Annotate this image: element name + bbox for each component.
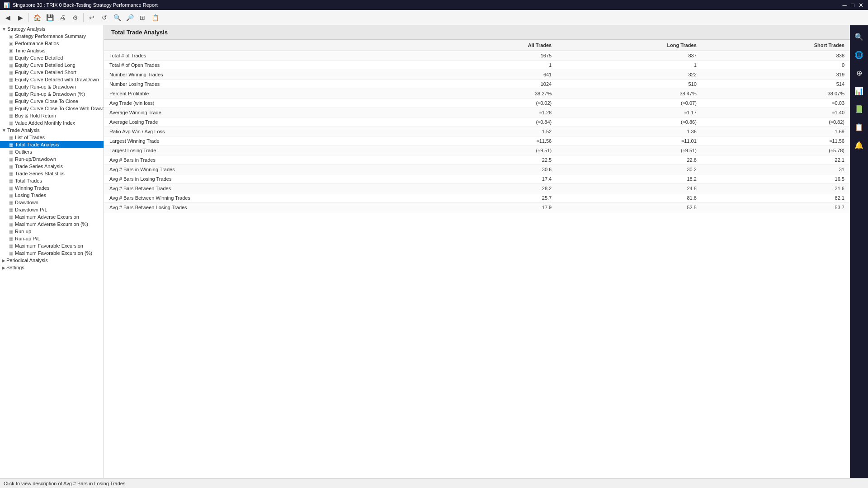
sidebar-item-list-of-trades[interactable]: ▦ List of Trades <box>0 134 104 141</box>
item-label: Equity Run-up & Drawdown (%) <box>15 91 85 97</box>
table-row: Average Losing Trade(≈0.84)(≈0.86)(≈0.82… <box>104 117 850 127</box>
right-excel-button[interactable]: 📗 <box>851 101 867 117</box>
settings-section[interactable]: ▶ Settings <box>0 264 104 271</box>
sidebar-item-run-up[interactable]: ▦ Run-up <box>0 228 104 235</box>
sidebar-item-equity-curve-detailed[interactable]: ▦ Equity Curve Detailed <box>0 54 104 61</box>
right-globe-button[interactable]: 🌐 <box>851 47 867 62</box>
maximize-button[interactable]: □ <box>849 1 856 9</box>
expand-icon: ▶ <box>2 258 5 263</box>
item-label: Total Trade Analysis <box>15 142 59 147</box>
sidebar-item-maximum-favorable-excursion[interactable]: ▦ Maximum Favorable Excursion <box>0 242 104 249</box>
row-long: (≈0.07) <box>557 99 702 108</box>
row-short: (≈0.82) <box>702 117 850 127</box>
periodical-analysis-section[interactable]: ▶ Periodical Analysis <box>0 257 104 264</box>
sidebar-item-run-up-pl[interactable]: ▦ Run-up P/L <box>0 235 104 242</box>
trade-analysis-section[interactable]: ▼ Trade Analysis <box>0 127 104 134</box>
window-controls: ─ □ ✕ <box>841 1 864 9</box>
grid-button[interactable]: ⊞ <box>137 12 148 23</box>
print-button[interactable]: 🖨 <box>57 12 68 23</box>
row-all: (≈0.02) <box>433 99 557 108</box>
right-app2-button[interactable]: 🔔 <box>851 137 867 153</box>
item-label: Drawdown P/L <box>15 207 47 212</box>
sidebar-item-equity-curve-close-to-close[interactable]: ▦ Equity Curve Close To Close <box>0 98 104 105</box>
sidebar-item-losing-trades[interactable]: ▦ Losing Trades <box>0 192 104 199</box>
row-long: 18.2 <box>557 174 702 184</box>
sidebar-item-drawdown-pl[interactable]: ▦ Drawdown P/L <box>0 206 104 213</box>
settings-button[interactable]: ⚙ <box>69 12 81 23</box>
strategy-analysis-section[interactable]: ▼ Strategy Analysis <box>0 25 104 33</box>
right-chrome-button[interactable]: ⊕ <box>851 65 867 80</box>
sidebar-item-trade-series-analysis[interactable]: ▦ Trade Series Analysis <box>0 163 104 170</box>
table-row: Avg # Bars in Winning Trades30.630.231 <box>104 165 850 174</box>
item-label: Maximum Favorable Excursion <box>15 243 83 249</box>
zoom-out-button[interactable]: 🔎 <box>124 12 136 23</box>
redo-button[interactable]: ↺ <box>99 12 110 23</box>
row-label: Percent Profitable <box>104 89 433 99</box>
app-icon: 📊 <box>4 2 10 8</box>
row-short: 38.07% <box>702 89 850 99</box>
sidebar-item-trade-series-statistics[interactable]: ▦ Trade Series Statistics <box>0 170 104 177</box>
sidebar-item-value-added-monthly-index[interactable]: ▦ Value Added Monthly Index <box>0 119 104 127</box>
back-button[interactable]: ◀ <box>2 12 14 23</box>
row-long: 24.8 <box>557 184 702 193</box>
sidebar-item-maximum-adverse-excursion-pct[interactable]: ▦ Maximum Adverse Excursion (%) <box>0 221 104 228</box>
toolbar-separator-2 <box>83 13 84 22</box>
copy-button[interactable]: 📋 <box>149 12 161 23</box>
row-short: 53.7 <box>702 203 850 212</box>
sidebar-item-drawdown[interactable]: ▦ Drawdown <box>0 199 104 206</box>
item-label: Equity Curve Detailed <box>15 55 63 61</box>
sidebar-item-maximum-adverse-excursion[interactable]: ▦ Maximum Adverse Excursion <box>0 213 104 221</box>
item-icon: ▦ <box>9 229 13 234</box>
right-sheets-button[interactable]: 📊 <box>851 83 867 99</box>
item-label: Run-up <box>15 229 31 234</box>
sidebar-item-buy-hold-return[interactable]: ▦ Buy & Hold Return <box>0 112 104 119</box>
sidebar-item-performance-ratios[interactable]: ▣ Performance Ratios <box>0 40 104 47</box>
sidebar-item-equity-run-up-drawdown-pct[interactable]: ▦ Equity Run-up & Drawdown (%) <box>0 90 104 98</box>
item-label: Equity Curve Close To Close <box>15 99 78 104</box>
sidebar-item-winning-trades[interactable]: ▦ Winning Trades <box>0 184 104 192</box>
sidebar-item-equity-curve-detailed-long[interactable]: ▦ Equity Curve Detailed Long <box>0 61 104 69</box>
zoom-in-button[interactable]: 🔍 <box>111 12 123 23</box>
item-icon: ▦ <box>9 164 13 169</box>
col-header-label <box>104 40 433 51</box>
sidebar-item-strategy-performance-summary[interactable]: ▣ Strategy Performance Summary <box>0 33 104 40</box>
window-title: Singapore 30 : TRIX 0 Back-Testing Strat… <box>13 2 158 8</box>
sidebar-item-maximum-favorable-excursion-pct[interactable]: ▦ Maximum Favorable Excursion (%) <box>0 249 104 257</box>
item-label: Maximum Adverse Excursion <box>15 214 79 220</box>
row-short: 31 <box>702 165 850 174</box>
row-label: Avg # Bars Between Winning Trades <box>104 193 433 203</box>
row-all: 28.2 <box>433 184 557 193</box>
close-button[interactable]: ✕ <box>857 1 864 9</box>
forward-button[interactable]: ▶ <box>14 12 26 23</box>
expand-icon: ▼ <box>2 128 6 133</box>
sidebar-item-total-trades[interactable]: ▦ Total Trades <box>0 177 104 184</box>
sidebar-item-equity-run-up-drawdown[interactable]: ▦ Equity Run-up & Drawdown <box>0 83 104 90</box>
right-app1-button[interactable]: 📋 <box>851 119 867 135</box>
sidebar-item-time-analysis[interactable]: ▣ Time Analysis <box>0 47 104 54</box>
home-button[interactable]: 🏠 <box>31 12 43 23</box>
row-all: (≈9.51) <box>433 146 557 155</box>
sidebar-item-outliers[interactable]: ▦ Outliers <box>0 148 104 155</box>
row-short: 82.1 <box>702 193 850 203</box>
item-icon: ▦ <box>9 135 13 140</box>
sidebar-item-total-trade-analysis[interactable]: ▦ Total Trade Analysis <box>0 141 104 148</box>
row-all: 1 <box>433 61 557 70</box>
sidebar-item-equity-curve-detailed-short[interactable]: ▦ Equity Curve Detailed Short <box>0 69 104 76</box>
table-row: Avg # Bars in Trades22.522.822.1 <box>104 155 850 165</box>
undo-button[interactable]: ↩ <box>86 12 98 23</box>
right-search-button[interactable]: 🔍 <box>851 29 867 44</box>
table-row: Ratio Avg Win / Avg Loss1.521.361.69 <box>104 127 850 136</box>
row-long: ≈1.17 <box>557 108 702 117</box>
table-header-row: All Trades Long Trades Short Trades <box>104 40 850 51</box>
save-button[interactable]: 💾 <box>44 12 56 23</box>
item-label: Equity Curve Close To Close With Drawdow… <box>15 106 104 111</box>
row-short: 16.5 <box>702 174 850 184</box>
sidebar-item-equity-curve-close-to-close-drawdown[interactable]: ▦ Equity Curve Close To Close With Drawd… <box>0 105 104 112</box>
table-row: Percent Profitable38.27%38.47%38.07% <box>104 89 850 99</box>
sidebar-item-equity-curve-detailed-drawdown[interactable]: ▦ Equity Curve Detailed with DrawDown <box>0 76 104 83</box>
minimize-button[interactable]: ─ <box>841 1 848 9</box>
sidebar-item-run-up-drawdown[interactable]: ▦ Run-up/Drawdown <box>0 155 104 163</box>
item-label: Strategy Performance Summary <box>15 33 86 39</box>
item-icon: ▦ <box>9 70 13 75</box>
item-label: Value Added Monthly Index <box>15 120 75 126</box>
